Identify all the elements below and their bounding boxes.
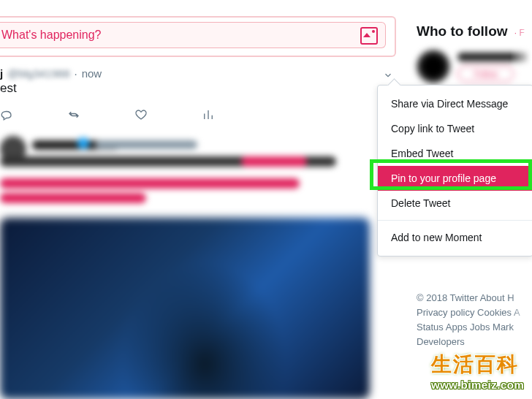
refresh-link[interactable]: · F bbox=[514, 28, 525, 38]
watermark-text: 生活百科 bbox=[431, 351, 532, 379]
tweet-time: now bbox=[82, 67, 102, 80]
who-to-follow-heading: Who to follow · F bbox=[417, 23, 532, 39]
tweet-actions-menu: Share via Direct Message Copy link to Tw… bbox=[377, 85, 532, 256]
retweet-icon[interactable] bbox=[67, 108, 80, 121]
tweet-username: j bbox=[0, 67, 3, 80]
footer-line-2[interactable]: Privacy policy Cookies A bbox=[417, 305, 520, 320]
follow-button[interactable]: Follow bbox=[457, 66, 514, 82]
menu-embed[interactable]: Embed Tweet bbox=[378, 141, 532, 166]
menu-add-moment[interactable]: Add to new Moment bbox=[378, 225, 532, 250]
footer-line-3[interactable]: Status Apps Jobs Mark bbox=[417, 320, 520, 335]
tweet-blurred bbox=[0, 136, 370, 231]
tweet-body: est bbox=[0, 81, 395, 96]
watermark: 生活百科 www.bimeiz.com bbox=[431, 351, 532, 399]
tweet-handle: @blg341988 bbox=[7, 67, 69, 80]
avatar bbox=[417, 50, 450, 83]
reply-icon[interactable] bbox=[0, 108, 13, 121]
footer-line-1[interactable]: © 2018 Twitter About H bbox=[417, 291, 520, 305]
compose-placeholder: What's happening? bbox=[1, 28, 101, 42]
verified-badge-icon bbox=[77, 137, 89, 149]
menu-copy-link[interactable]: Copy link to Tweet bbox=[378, 116, 532, 141]
footer-links: © 2018 Twitter About H Privacy policy Co… bbox=[417, 291, 520, 350]
menu-delete[interactable]: Delete Tweet bbox=[378, 191, 532, 216]
watermark-url: www.bimeiz.com bbox=[431, 379, 532, 391]
footer-line-4[interactable]: Developers bbox=[417, 335, 520, 349]
like-icon[interactable] bbox=[134, 108, 148, 121]
menu-share-dm[interactable]: Share via Direct Message bbox=[378, 91, 532, 116]
separator-dot: · bbox=[74, 67, 77, 80]
tweet-actions bbox=[0, 108, 263, 121]
compose-box[interactable]: What's happening? bbox=[0, 16, 396, 57]
add-image-icon[interactable] bbox=[360, 27, 378, 45]
tweet[interactable]: j @blg341988 · now est bbox=[0, 67, 395, 126]
tweet-media-image[interactable] bbox=[0, 218, 370, 399]
activity-icon[interactable] bbox=[202, 108, 215, 121]
menu-pin-profile[interactable]: Pin to your profile page bbox=[378, 166, 532, 191]
